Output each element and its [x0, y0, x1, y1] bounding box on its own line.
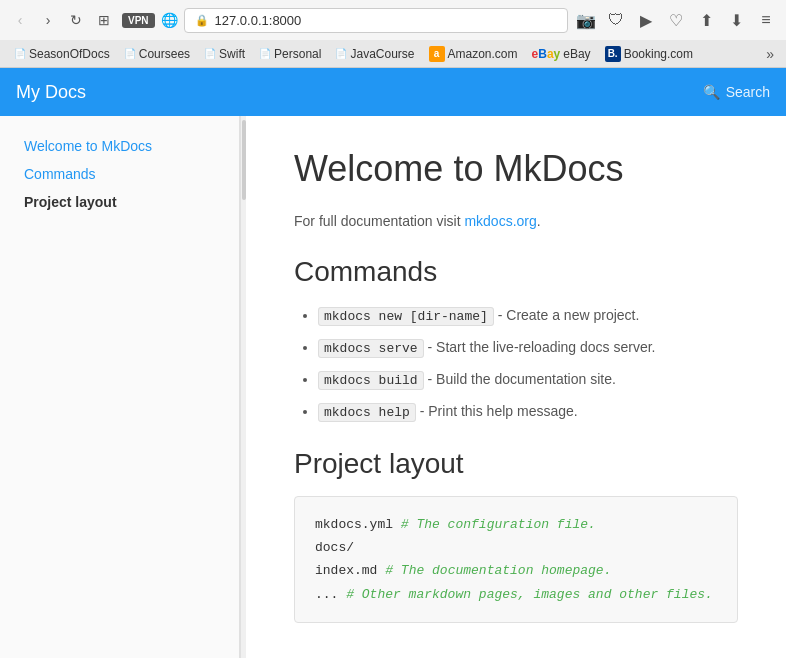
bookmarks-bar: 📄 SeasonOfDocs 📄 Coursees 📄 Swift 📄 Pers…	[0, 40, 786, 68]
page-layout: Welcome to MkDocs Commands Project layou…	[0, 116, 786, 658]
bookmark-swift[interactable]: 📄 Swift	[198, 45, 251, 63]
sidebar-wrapper: Welcome to MkDocs Commands Project layou…	[0, 116, 246, 658]
bookmark-amazon[interactable]: a Amazon.com	[423, 44, 524, 64]
cmd-help: mkdocs help	[318, 403, 416, 422]
code-line-2: docs/	[315, 536, 717, 559]
heart-icon[interactable]: ♡	[664, 8, 688, 32]
site-title: My Docs	[16, 82, 86, 103]
bookmark-file-icon: 📄	[259, 48, 271, 59]
page-main-title: Welcome to MkDocs	[294, 148, 738, 190]
bookmark-label: Swift	[219, 47, 245, 61]
code-line-3: index.md # The documentation homepage.	[315, 559, 717, 582]
search-icon: 🔍	[703, 84, 720, 100]
cmd-build: mkdocs build	[318, 371, 424, 390]
back-button[interactable]: ‹	[8, 8, 32, 32]
sidebar-link-commands[interactable]: Commands	[0, 160, 239, 188]
nav-buttons: ‹ › ↻ ⊞	[8, 8, 116, 32]
list-item: mkdocs new [dir-name] - Create a new pro…	[318, 304, 738, 328]
bookmark-label: Personal	[274, 47, 321, 61]
toolbar-icons: 📷 🛡 ▶ ♡ ⬆ ⬇ ≡	[574, 8, 778, 32]
bookmark-label: Coursees	[139, 47, 190, 61]
cmd-serve-desc: - Start the live-reloading docs server.	[424, 339, 656, 355]
list-item: mkdocs build - Build the documentation s…	[318, 368, 738, 392]
amazon-icon: a	[429, 46, 445, 62]
code-block: mkdocs.yml # The configuration file. doc…	[294, 496, 738, 624]
code-line-1: mkdocs.yml # The configuration file.	[315, 513, 717, 536]
list-item: mkdocs serve - Start the live-reloading …	[318, 336, 738, 360]
address-bar[interactable]: 🔒 127.0.0.1:8000	[184, 8, 568, 33]
camera-icon[interactable]: 📷	[574, 8, 598, 32]
share-icon[interactable]: ⬆	[694, 8, 718, 32]
list-item: mkdocs help - Print this help message.	[318, 400, 738, 424]
mkdocs-header: My Docs 🔍 Search	[0, 68, 786, 116]
bookmark-label: Booking.com	[624, 47, 693, 61]
booking-icon: B.	[605, 46, 621, 62]
intro-paragraph: For full documentation visit mkdocs.org.	[294, 210, 738, 232]
cmd-help-desc: - Print this help message.	[416, 403, 578, 419]
bookmark-label: eBay	[563, 47, 590, 61]
mkdocs-app: My Docs 🔍 Search Welcome to MkDocs Comma…	[0, 68, 786, 658]
forward-button[interactable]: ›	[36, 8, 60, 32]
search-label: Search	[726, 84, 770, 100]
scroll-thumb	[242, 120, 246, 200]
menu-icon[interactable]: ≡	[754, 8, 778, 32]
sidebar-link-project-layout[interactable]: Project layout	[0, 188, 239, 216]
scroll-indicator	[240, 116, 246, 658]
sidebar-item-welcome[interactable]: Welcome to MkDocs	[0, 132, 239, 160]
browser-toolbar: ‹ › ↻ ⊞ VPN 🌐 🔒 127.0.0.1:8000 📷 🛡 ▶ ♡ ⬆…	[0, 0, 786, 40]
address-bar-container: VPN 🌐 🔒 127.0.0.1:8000	[122, 8, 568, 33]
bookmark-ebay[interactable]: eBay eBay	[526, 45, 597, 63]
more-bookmarks-button[interactable]: »	[762, 44, 778, 64]
bookmark-coursees[interactable]: 📄 Coursees	[118, 45, 196, 63]
globe-icon: 🌐	[161, 12, 178, 28]
bookmark-file-icon: 📄	[124, 48, 136, 59]
commands-title: Commands	[294, 256, 738, 288]
bookmark-file-icon: 📄	[14, 48, 26, 59]
search-button[interactable]: 🔍 Search	[703, 84, 770, 100]
reload-button[interactable]: ↻	[64, 8, 88, 32]
sidebar-item-project-layout[interactable]: Project layout	[0, 188, 239, 216]
bookmark-file-icon: 📄	[335, 48, 347, 59]
browser-chrome: ‹ › ↻ ⊞ VPN 🌐 🔒 127.0.0.1:8000 📷 🛡 ▶ ♡ ⬆…	[0, 0, 786, 68]
cmd-build-desc: - Build the documentation site.	[424, 371, 616, 387]
project-layout-title: Project layout	[294, 448, 738, 480]
cmd-new-desc: - Create a new project.	[494, 307, 640, 323]
code-line-4: ... # Other markdown pages, images and o…	[315, 583, 717, 606]
bookmark-label: SeasonOfDocs	[29, 47, 110, 61]
cmd-serve: mkdocs serve	[318, 339, 424, 358]
url-text: 127.0.0.1:8000	[215, 13, 302, 28]
ebay-icon: eBay	[532, 47, 561, 61]
commands-list: mkdocs new [dir-name] - Create a new pro…	[294, 304, 738, 423]
main-content: Welcome to MkDocs For full documentation…	[246, 116, 786, 658]
sidebar-link-welcome[interactable]: Welcome to MkDocs	[0, 132, 239, 160]
grid-button[interactable]: ⊞	[92, 8, 116, 32]
bookmark-label: JavaCourse	[350, 47, 414, 61]
shield-icon[interactable]: 🛡	[604, 8, 628, 32]
bookmark-file-icon: 📄	[204, 48, 216, 59]
sidebar-nav: Welcome to MkDocs Commands Project layou…	[0, 132, 239, 216]
bookmark-label: Amazon.com	[448, 47, 518, 61]
cmd-new: mkdocs new [dir-name]	[318, 307, 494, 326]
mkdocs-link[interactable]: mkdocs.org	[464, 213, 536, 229]
vpn-badge: VPN	[122, 13, 155, 28]
download-icon[interactable]: ⬇	[724, 8, 748, 32]
intro-suffix: .	[537, 213, 541, 229]
lock-icon: 🔒	[195, 14, 209, 27]
bookmark-booking[interactable]: B. Booking.com	[599, 44, 699, 64]
cast-icon[interactable]: ▶	[634, 8, 658, 32]
sidebar: Welcome to MkDocs Commands Project layou…	[0, 116, 240, 658]
sidebar-item-commands[interactable]: Commands	[0, 160, 239, 188]
bookmark-personal[interactable]: 📄 Personal	[253, 45, 327, 63]
bookmark-seasondocs[interactable]: 📄 SeasonOfDocs	[8, 45, 116, 63]
intro-text: For full documentation visit	[294, 213, 464, 229]
bookmark-javacourse[interactable]: 📄 JavaCourse	[329, 45, 420, 63]
